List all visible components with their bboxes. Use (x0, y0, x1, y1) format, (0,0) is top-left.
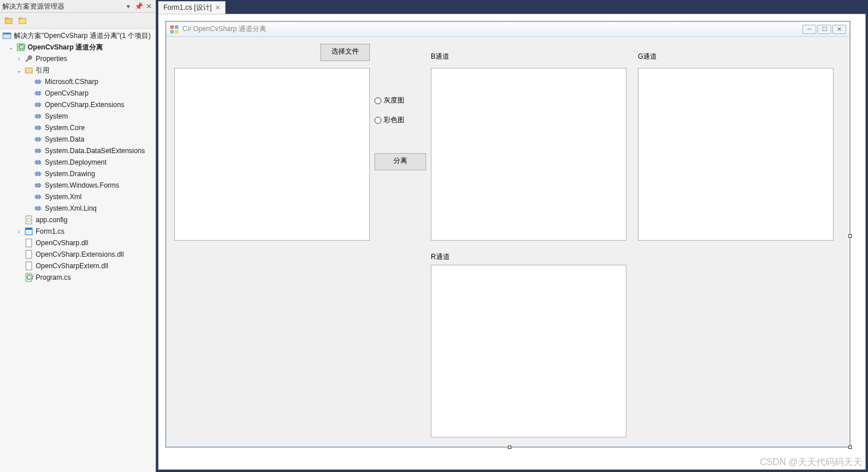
reference-label: OpenCvSharp (45, 89, 89, 97)
close-icon[interactable]: ✕ (215, 4, 220, 12)
svg-rect-36 (35, 184, 41, 186)
reference-label: System.Windows.Forms (45, 181, 119, 189)
svg-rect-25 (36, 137, 37, 142)
svg-text:C#: C# (18, 43, 25, 51)
resize-handle-corner[interactable] (848, 446, 852, 449)
winform-titlebar: C# OpenCvSharp 通道分离 ─ ☐ ✕ (166, 22, 850, 37)
properties-node[interactable]: › Properties (0, 53, 155, 64)
reference-node[interactable]: OpenCvSharp.Extensions (0, 99, 155, 111)
reference-node[interactable]: System.Core (0, 122, 155, 134)
svg-rect-20 (39, 114, 40, 119)
reference-node[interactable]: System.Data (0, 134, 155, 145)
dll-file-icon (24, 238, 33, 248)
svg-rect-40 (36, 195, 37, 199)
svg-rect-55 (175, 25, 178, 29)
solution-explorer-header: 解决方案资源管理器 ▾ 📌 ✕ (0, 0, 155, 13)
reference-label: System.Deployment (45, 158, 106, 166)
svg-rect-12 (35, 92, 41, 94)
tab-form1-design[interactable]: Form1.cs [设计] ✕ (158, 1, 225, 14)
select-file-button[interactable]: 选择文件 (320, 44, 370, 61)
reference-node[interactable]: System.Xml.Linq (0, 203, 155, 214)
radio-icon (374, 117, 381, 124)
csharp-project-icon: C# (16, 43, 25, 52)
reference-label: Microsoft.CSharp (45, 78, 98, 86)
program-node[interactable]: C# Program.cs (0, 272, 155, 283)
references-label: 引用 (36, 66, 49, 75)
reference-label: System.Xml (45, 193, 82, 201)
designer-surface: C# OpenCvSharp 通道分离 ─ ☐ ✕ 选择文件 灰度图 (158, 14, 866, 470)
file-label: OpenCvSharpExtern.dll (36, 262, 108, 270)
reference-icon (33, 100, 43, 109)
resize-handle-right[interactable] (848, 234, 852, 238)
svg-rect-23 (39, 125, 40, 130)
winform-client-area[interactable]: 选择文件 灰度图 彩色图 分离 B通道 G通道 R通道 (166, 37, 850, 447)
svg-rect-22 (36, 125, 37, 130)
svg-rect-42 (35, 207, 41, 210)
svg-rect-57 (175, 30, 178, 33)
chevron-down-icon[interactable]: ⌄ (15, 66, 23, 74)
document-tab-bar: Form1.cs [设计] ✕ (156, 0, 868, 14)
chevron-right-icon[interactable]: › (15, 55, 23, 63)
reference-node[interactable]: System (0, 111, 155, 122)
appconfig-node[interactable]: app.config (0, 214, 155, 226)
svg-rect-38 (39, 183, 40, 188)
chevron-down-icon[interactable]: ⌄ (7, 43, 15, 51)
references-node[interactable]: ⌄ 引用 (0, 64, 155, 76)
radio-color[interactable]: 彩色图 (374, 115, 404, 125)
svg-rect-31 (36, 160, 37, 165)
picturebox-g[interactable] (638, 68, 833, 241)
svg-rect-48 (25, 228, 32, 230)
pin-icon[interactable]: 📌 (135, 2, 143, 10)
reference-node[interactable]: System.Deployment (0, 157, 155, 168)
reference-node[interactable]: System.Drawing (0, 168, 155, 180)
svg-rect-19 (36, 114, 37, 119)
dropdown-icon[interactable]: ▾ (124, 2, 132, 10)
home-icon[interactable] (2, 14, 15, 27)
solution-tree: 解决方案"OpenCvSharp 通道分离"(1 个项目) ⌄ C# OpenC… (0, 29, 155, 284)
reference-node[interactable]: Microsoft.CSharp (0, 76, 155, 87)
reference-icon (33, 204, 43, 213)
dll-node[interactable]: OpenCvSharp.Extensions.dll (0, 249, 155, 260)
reference-icon (33, 169, 43, 178)
resize-handle-bottom[interactable] (508, 446, 511, 449)
svg-rect-3 (19, 18, 22, 19)
form1-node[interactable]: › Form1.cs (0, 226, 155, 237)
label-b-channel: B通道 (431, 52, 449, 62)
panel-title: 解决方案资源管理器 (2, 0, 64, 13)
reference-node[interactable]: System.Data.DataSetExtensions (0, 145, 155, 157)
dll-node[interactable]: OpenCvSharpExtern.dll (0, 260, 155, 272)
reference-icon (33, 192, 43, 201)
file-label: OpenCvSharp.Extensions.dll (36, 250, 124, 258)
close-button[interactable]: ✕ (832, 25, 846, 34)
svg-rect-14 (39, 91, 40, 96)
solution-node[interactable]: 解决方案"OpenCvSharp 通道分离"(1 个项目) (0, 30, 155, 41)
svg-rect-13 (36, 91, 37, 96)
winform-preview[interactable]: C# OpenCvSharp 通道分离 ─ ☐ ✕ 选择文件 灰度图 (166, 21, 850, 447)
svg-rect-44 (39, 206, 40, 211)
folder-icon[interactable] (16, 14, 29, 27)
svg-rect-1 (5, 18, 8, 19)
minimize-button[interactable]: ─ (802, 25, 816, 34)
reference-node[interactable]: System.Windows.Forms (0, 180, 155, 191)
radio-grayscale[interactable]: 灰度图 (374, 96, 404, 105)
picturebox-b[interactable] (431, 68, 626, 241)
close-icon[interactable]: ✕ (145, 2, 153, 10)
dll-node[interactable]: OpenCvSharp.dll (0, 237, 155, 249)
reference-node[interactable]: OpenCvSharp (0, 87, 155, 99)
chevron-right-icon[interactable]: › (15, 227, 23, 235)
project-node[interactable]: ⌄ C# OpenCvSharp 通道分离 (0, 41, 155, 53)
project-label: OpenCvSharp 通道分离 (28, 43, 103, 52)
picturebox-r[interactable] (431, 265, 626, 437)
svg-rect-9 (35, 81, 41, 83)
svg-rect-26 (39, 137, 40, 142)
svg-rect-41 (39, 195, 40, 199)
picturebox-source[interactable] (174, 68, 370, 241)
winform-title: C# OpenCvSharp 通道分离 (182, 24, 266, 34)
maximize-button[interactable]: ☐ (817, 25, 831, 34)
reference-label: System.Xml.Linq (45, 204, 97, 212)
reference-node[interactable]: System.Xml (0, 191, 155, 203)
split-button[interactable]: 分离 (374, 153, 426, 170)
reference-label: OpenCvSharp.Extensions (45, 101, 124, 109)
svg-rect-43 (36, 206, 37, 211)
reference-icon (33, 158, 43, 167)
